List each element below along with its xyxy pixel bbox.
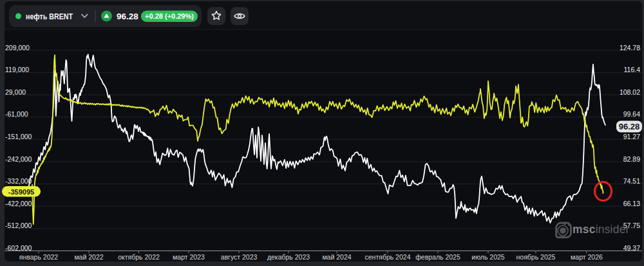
svg-text:108.02: 108.02 bbox=[620, 88, 640, 96]
svg-text:май 2022: май 2022 bbox=[74, 253, 103, 261]
svg-text:74.51: 74.51 bbox=[623, 177, 640, 185]
svg-text:119,000: 119,000 bbox=[5, 66, 29, 73]
svg-text:ноябрь 2025: ноябрь 2025 bbox=[516, 253, 556, 261]
svg-text:209,000: 209,000 bbox=[5, 44, 30, 52]
svg-text:август 2023: август 2023 bbox=[221, 253, 258, 261]
svg-text:96.28: 96.28 bbox=[117, 12, 138, 21]
svg-text:-422,000: -422,000 bbox=[5, 200, 32, 207]
svg-text:-151,000: -151,000 bbox=[5, 133, 32, 140]
svg-text:96.28: 96.28 bbox=[619, 122, 640, 131]
svg-text:29,000: 29,000 bbox=[5, 88, 26, 96]
svg-text:82.89: 82.89 bbox=[623, 155, 640, 163]
svg-text:-512,000: -512,000 bbox=[5, 222, 32, 229]
svg-text:июль 2025: июль 2025 bbox=[471, 253, 505, 261]
svg-text:+0.28 (+0.29%): +0.28 (+0.29%) bbox=[145, 12, 194, 20]
svg-text:mscinsider: mscinsider bbox=[573, 223, 630, 236]
svg-text:66.13: 66.13 bbox=[623, 200, 640, 207]
svg-text:-242,000: -242,000 bbox=[5, 155, 32, 163]
svg-text:-61,000: -61,000 bbox=[5, 110, 28, 118]
svg-text:49.37: 49.37 bbox=[623, 244, 640, 252]
svg-text:октябрь 2022: октябрь 2022 bbox=[118, 253, 160, 261]
svg-text:91.27: 91.27 bbox=[623, 133, 640, 140]
svg-text:январь 2022: январь 2022 bbox=[19, 253, 59, 261]
svg-text:март 2023: март 2023 bbox=[173, 253, 205, 261]
svg-text:декабрь 2023: декабрь 2023 bbox=[267, 253, 310, 261]
svg-text:116.4: 116.4 bbox=[624, 66, 641, 73]
svg-text:сентябрь 2024: сентябрь 2024 bbox=[365, 253, 411, 261]
svg-text:99.64: 99.64 bbox=[623, 110, 640, 118]
svg-text:-332,000: -332,000 bbox=[5, 177, 32, 185]
svg-text:май 2024: май 2024 bbox=[322, 253, 351, 261]
svg-text:март 2026: март 2026 bbox=[571, 253, 603, 261]
svg-text:-359095: -359095 bbox=[8, 188, 34, 196]
svg-text:нефть BRENT: нефть BRENT bbox=[26, 12, 73, 21]
svg-text:124.78: 124.78 bbox=[620, 44, 640, 52]
svg-text:февраль 2025: февраль 2025 bbox=[415, 253, 460, 261]
svg-text:-602,000: -602,000 bbox=[5, 244, 32, 252]
